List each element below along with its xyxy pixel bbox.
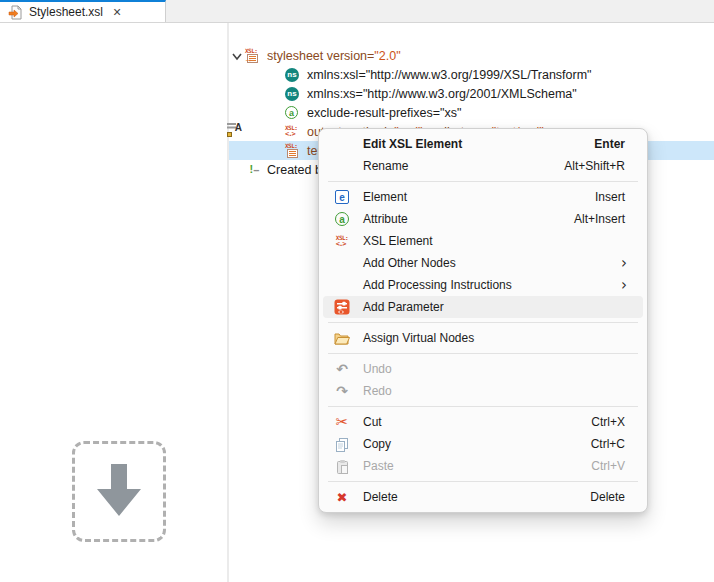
menu-item-label: Edit XSL Element bbox=[363, 137, 594, 151]
menu-separator bbox=[328, 353, 638, 354]
menu-item-attribute[interactable]: a Attribute Alt+Insert bbox=[323, 208, 643, 230]
xsl-template-icon: XSL: bbox=[285, 143, 303, 158]
paste-icon bbox=[331, 459, 353, 474]
menu-item-label: Add Other Nodes bbox=[363, 256, 621, 270]
menu-item-cut[interactable]: ✂ Cut Ctrl+X bbox=[323, 411, 643, 433]
attribute-value-text: "2.0" bbox=[374, 49, 400, 63]
menu-item-add-other-nodes[interactable]: Add Other Nodes › bbox=[323, 252, 643, 274]
xsl-stylesheet-icon: XSL: → bbox=[245, 48, 263, 63]
menu-item-label: Delete bbox=[363, 490, 590, 504]
submenu-arrow-icon: › bbox=[621, 256, 627, 271]
menu-item-assign-virtual-nodes[interactable]: Assign Virtual Nodes bbox=[323, 327, 643, 349]
context-menu: Edit XSL Element Enter Rename Alt+Shift+… bbox=[318, 128, 648, 513]
tab-bar: Stylesheet.xsl × bbox=[0, 0, 714, 23]
menu-item-rename[interactable]: Rename Alt+Shift+R bbox=[323, 155, 643, 177]
menu-item-label: Paste bbox=[363, 459, 591, 473]
menu-item-element[interactable]: e Element Insert bbox=[323, 186, 643, 208]
comment-icon: !-- bbox=[245, 164, 263, 175]
menu-item-label: Cut bbox=[363, 415, 591, 429]
open-folder-icon bbox=[331, 331, 353, 345]
menu-item-label: XSL Element bbox=[363, 234, 633, 248]
menu-item-shortcut: Insert bbox=[595, 190, 625, 204]
menu-separator bbox=[328, 181, 638, 182]
attribute-icon: a bbox=[285, 106, 303, 119]
xsl-output-icon: XSL:<.> bbox=[285, 125, 303, 138]
menu-separator bbox=[328, 481, 638, 482]
menu-item-label: Copy bbox=[363, 437, 591, 451]
element-name-text: stylesheet version= bbox=[267, 49, 374, 63]
menu-item-add-parameter[interactable]: Add Parameter bbox=[323, 296, 643, 318]
menu-item-label: Attribute bbox=[363, 212, 574, 226]
text-edit-gutter-icon: A bbox=[226, 121, 243, 137]
menu-item-shortcut: Alt+Shift+R bbox=[564, 159, 625, 173]
undo-icon: ↶ bbox=[331, 362, 353, 376]
tree-row-stylesheet[interactable]: XSL: → stylesheet version="2.0" bbox=[229, 46, 714, 65]
menu-item-shortcut: Ctrl+V bbox=[591, 459, 625, 473]
down-arrow-icon bbox=[96, 464, 142, 520]
menu-item-shortcut: Ctrl+C bbox=[591, 437, 625, 451]
menu-item-label: Add Parameter bbox=[363, 300, 633, 314]
comment-text: Created b bbox=[267, 163, 322, 177]
menu-item-undo: ↶ Undo bbox=[323, 358, 643, 380]
tab-close-icon[interactable]: × bbox=[113, 5, 121, 19]
menu-item-edit-xsl-element[interactable]: Edit XSL Element Enter bbox=[323, 133, 643, 155]
menu-item-label: Rename bbox=[363, 159, 564, 173]
namespace-icon: ns bbox=[285, 87, 303, 101]
menu-item-redo: ↷ Redo bbox=[323, 380, 643, 402]
submenu-arrow-icon: › bbox=[621, 278, 627, 293]
namespace-text: xmlns:xs="http://www.w3.org/2001/XMLSche… bbox=[307, 87, 577, 101]
attribute-text: exclude-result-prefixes="xs" bbox=[307, 106, 461, 120]
namespace-icon: ns bbox=[285, 68, 303, 82]
xsl-element-icon: XSL:<.> bbox=[331, 235, 353, 248]
cut-icon: ✂ bbox=[331, 415, 353, 430]
attribute-icon: a bbox=[331, 212, 353, 226]
xsl-document-icon bbox=[8, 5, 23, 20]
menu-item-shortcut: Alt+Insert bbox=[574, 212, 625, 226]
menu-item-shortcut: Ctrl+X bbox=[591, 415, 625, 429]
namespace-text: xmlns:xsl="http://www.w3.org/1999/XSL/Tr… bbox=[307, 68, 592, 82]
delete-icon: ✖ bbox=[331, 491, 353, 504]
tree-row-xmlns-xs[interactable]: ns xmlns:xs="http://www.w3.org/2001/XMLS… bbox=[229, 84, 714, 103]
menu-item-add-processing-instructions[interactable]: Add Processing Instructions › bbox=[323, 274, 643, 296]
menu-item-copy[interactable]: Copy Ctrl+C bbox=[323, 433, 643, 455]
tree-row-xmlns-xsl[interactable]: ns xmlns:xsl="http://www.w3.org/1999/XSL… bbox=[229, 65, 714, 84]
tree-row-exclude-result-prefixes[interactable]: a exclude-result-prefixes="xs" bbox=[229, 103, 714, 122]
menu-separator bbox=[328, 322, 638, 323]
menu-item-shortcut: Enter bbox=[594, 137, 625, 151]
menu-item-label: Add Processing Instructions bbox=[363, 278, 621, 292]
add-parameter-icon bbox=[331, 299, 353, 315]
xsl-editor-window: { "tab": { "title": "Stylesheet.xsl", "c… bbox=[0, 0, 714, 582]
design-pane bbox=[0, 22, 227, 582]
menu-item-delete[interactable]: ✖ Delete Delete bbox=[323, 486, 643, 508]
menu-item-shortcut: Delete bbox=[590, 490, 625, 504]
redo-icon: ↷ bbox=[331, 384, 353, 398]
element-icon: e bbox=[331, 190, 353, 204]
menu-item-label: Element bbox=[363, 190, 595, 204]
tab-stylesheet-xsl[interactable]: Stylesheet.xsl × bbox=[0, 0, 166, 22]
chevron-down-icon[interactable] bbox=[231, 50, 243, 62]
tab-title: Stylesheet.xsl bbox=[29, 5, 103, 19]
copy-icon bbox=[331, 437, 353, 452]
menu-item-paste: Paste Ctrl+V bbox=[323, 455, 643, 477]
menu-item-xsl-element[interactable]: XSL:<.> XSL Element bbox=[323, 230, 643, 252]
drop-target[interactable] bbox=[72, 441, 166, 542]
menu-item-label: Redo bbox=[363, 384, 633, 398]
menu-item-label: Assign Virtual Nodes bbox=[363, 331, 633, 345]
menu-separator bbox=[328, 406, 638, 407]
menu-item-label: Undo bbox=[363, 362, 633, 376]
